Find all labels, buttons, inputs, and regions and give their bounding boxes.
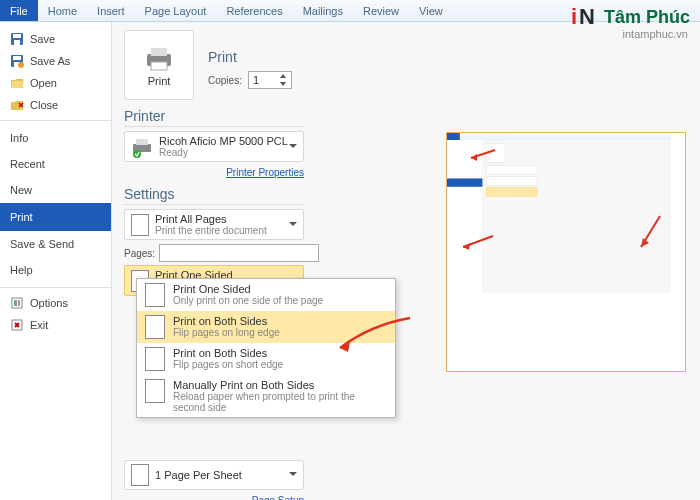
sidebar-label: Open [30, 77, 57, 89]
printer-header: Printer [124, 108, 304, 127]
printer-icon [143, 44, 175, 72]
sidebar-options[interactable]: Options [0, 292, 111, 314]
print-button-label: Print [148, 75, 171, 87]
print-button[interactable]: Print [124, 30, 194, 100]
dropdown-item-manual[interactable]: Manually Print on Both SidesReload paper… [137, 375, 395, 417]
sidebar-label: Save As [30, 55, 70, 67]
svg-point-6 [18, 62, 24, 68]
sidebar-label: Close [30, 99, 58, 111]
sidebar-saveas[interactable]: Save As [0, 50, 111, 72]
page-single-icon [145, 283, 165, 307]
save-icon [10, 32, 24, 46]
copies-label: Copies: [208, 75, 242, 86]
chevron-down-icon [289, 472, 297, 480]
print-preview [446, 132, 686, 372]
svg-rect-19 [136, 139, 148, 145]
sidebar-print[interactable]: Print [0, 203, 111, 231]
page-flip-long-icon [145, 315, 165, 339]
saveas-icon [10, 54, 24, 68]
page-flip-short-icon [145, 347, 165, 371]
copies-value: 1 [253, 74, 259, 86]
exit-icon [10, 318, 24, 332]
sidebar-close[interactable]: Close [0, 94, 111, 116]
printer-name: Ricoh Aficio MP 5000 PCL [159, 135, 288, 147]
sidebar-save-send[interactable]: Save & Send [0, 231, 111, 257]
sidebar-open[interactable]: Open [0, 72, 111, 94]
sidebar-new[interactable]: New [0, 177, 111, 203]
printer-selector[interactable]: Ricoh Aficio MP 5000 PCLReady [124, 131, 304, 162]
page-setup-link[interactable]: Page Setup [252, 495, 304, 500]
watermark-logo: iN Tâm Phúc [571, 4, 690, 30]
sidebar-label: Exit [30, 319, 48, 331]
watermark-site: intamphuc.vn [623, 28, 688, 40]
pages-icon [131, 214, 149, 236]
svg-rect-10 [14, 300, 17, 306]
tab-references[interactable]: References [216, 0, 292, 21]
tab-insert[interactable]: Insert [87, 0, 135, 21]
printer-ready-icon [131, 136, 153, 158]
sheet-icon [131, 464, 149, 486]
printer-status: Ready [159, 147, 288, 158]
tab-home[interactable]: Home [38, 0, 87, 21]
tab-file[interactable]: File [0, 0, 38, 21]
tab-page-layout[interactable]: Page Layout [135, 0, 217, 21]
svg-rect-4 [13, 56, 21, 60]
sidebar-info[interactable]: Info [0, 125, 111, 151]
tab-review[interactable]: Review [353, 0, 409, 21]
sidebar-save[interactable]: Save [0, 28, 111, 50]
setting-pages-per-sheet[interactable]: 1 Page Per Sheet [124, 460, 304, 490]
backstage-sidebar: Save Save As Open Close Info Recent New … [0, 22, 112, 500]
setting-print-range[interactable]: Print All PagesPrint the entire document [124, 209, 304, 240]
sidebar-help[interactable]: Help [0, 257, 111, 283]
svg-rect-17 [151, 62, 167, 70]
tab-view[interactable]: View [409, 0, 453, 21]
chevron-down-icon [289, 222, 297, 230]
dropdown-item-one-sided[interactable]: Print One SidedOnly print on one side of… [137, 279, 395, 311]
svg-rect-16 [151, 48, 167, 56]
sidebar-recent[interactable]: Recent [0, 151, 111, 177]
spinner-arrows-icon [279, 73, 287, 87]
pages-input[interactable] [159, 244, 319, 262]
printer-properties-link[interactable]: Printer Properties [226, 167, 304, 178]
tab-mailings[interactable]: Mailings [293, 0, 353, 21]
open-icon [10, 76, 24, 90]
copies-spinner[interactable]: 1 [248, 71, 292, 89]
page-manual-icon [145, 379, 165, 403]
sidebar-exit[interactable]: Exit [0, 314, 111, 336]
sidebar-label: Options [30, 297, 68, 309]
sidebar-label: Save [30, 33, 55, 45]
options-icon [10, 296, 24, 310]
pages-label: Pages: [124, 248, 155, 259]
chevron-down-icon [289, 144, 297, 152]
svg-rect-11 [18, 300, 20, 306]
annotation-arrow [330, 310, 420, 360]
settings-header: Settings [124, 186, 304, 205]
svg-rect-1 [13, 34, 21, 38]
svg-rect-2 [14, 40, 20, 45]
close-icon [10, 98, 24, 112]
print-title: Print [208, 49, 292, 65]
